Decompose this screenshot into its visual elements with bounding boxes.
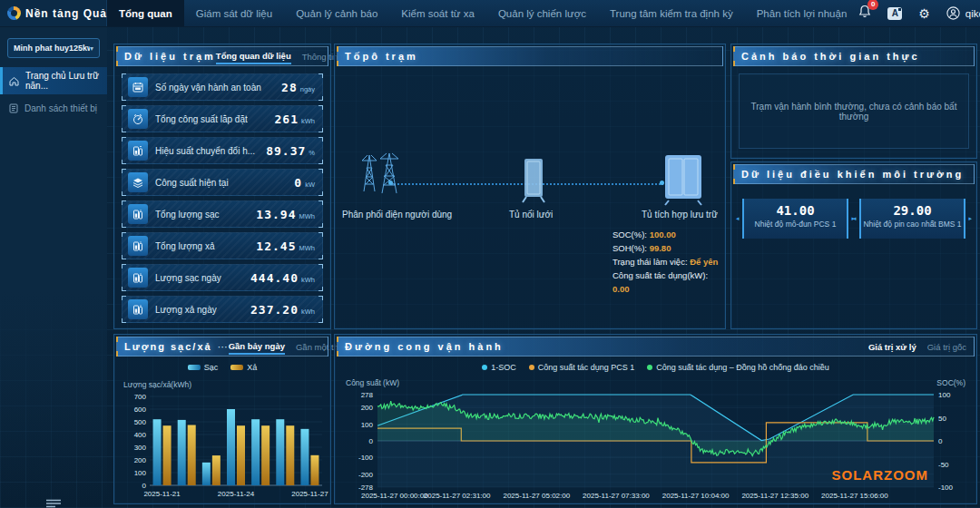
environment-data-panel: Dữ liệu điều khiển môi trường 41.00 Nhiệ… [730, 161, 977, 329]
svg-text:2025-11-27 15:06:00: 2025-11-27 15:06:00 [821, 492, 888, 500]
sidebar-item-home[interactable]: Trang chủ Lưu trữ năn... [0, 67, 107, 94]
sidebar-item-devices[interactable]: Danh sách thiết bị [0, 94, 107, 122]
pcs-temperature-value: 41.00 [744, 203, 847, 218]
nav-tab[interactable]: Quản lý chiến lược [486, 0, 598, 26]
bms-temperature-value: 29.00 [861, 203, 964, 218]
svg-text:0: 0 [938, 437, 943, 445]
svg-text:2025-11-27 00:00:00: 2025-11-27 00:00:00 [361, 492, 428, 500]
station-data-panel: Dữ liệu trạm Tổng quan dữ liệu Thông tin… [113, 44, 331, 329]
charge-discharge-bar-chart: 01002003004005006007002025-11-212025-11-… [115, 391, 329, 500]
storage-info-line: Trạng thái làm việc: Để yên [612, 255, 725, 269]
storage-info-list: SOC(%): 100.00SOH(%): 99.80Trạng thái là… [612, 228, 725, 296]
battery-icon [128, 236, 148, 256]
svg-text:2025-11-27 10:04:00: 2025-11-27 10:04:00 [662, 492, 730, 500]
stat-row: Lượng xả ngày237.20kWh [122, 296, 323, 323]
user-menu[interactable]: qikechao [946, 6, 980, 20]
capacity-icon [128, 109, 148, 129]
legend-item[interactable]: 1-SOC [482, 363, 516, 372]
nav-tab[interactable]: Phân tích lợi nhuận [745, 0, 859, 26]
stat-label: Lượng sạc ngày [155, 273, 221, 283]
stat-label: Tổng lượng sạc [155, 210, 220, 220]
svg-text:0: 0 [369, 437, 374, 445]
realtime-alarm-panel: Cảnh báo thời gian thực Trạm vận hành bì… [730, 44, 977, 159]
panel-title: Dữ liệu trạm [124, 51, 216, 62]
legend-item[interactable]: Xả [230, 363, 257, 372]
station-selector-dropdown[interactable]: Minh phat huy125kw/26... ▾ [7, 38, 100, 58]
top-navigation: Nền tảng Quản... Tổng quanGiám sát dữ li… [0, 0, 980, 27]
stat-label: Hiệu suất chuyển đổi h... [155, 146, 255, 156]
charge-discharge-panel: Lượng sạc/xả ⋯ Gần bảy ngày Gần một thán… [113, 334, 331, 504]
bms-temperature-label: Nhiệt độ pin cao nhất BMS 1 [861, 220, 964, 229]
svg-text:200: 200 [361, 404, 374, 412]
power-towers-icon [355, 148, 402, 195]
stat-unit: MWh [299, 212, 316, 220]
stat-value: 13.94 [256, 208, 296, 221]
stat-value: 0 [294, 176, 302, 190]
language-switch-button[interactable]: A [887, 7, 902, 20]
svg-text:0: 0 [142, 482, 147, 490]
legend-item[interactable]: Công suất tác dụng PCS 1 [529, 363, 635, 372]
svg-text:SOLARZOOM: SOLARZOOM [832, 467, 929, 483]
nav-tab[interactable]: Trung tâm kiểm tra định kỳ [598, 0, 745, 26]
station-selector-value: Minh phat huy125kw/26... [14, 44, 90, 53]
home-icon [9, 76, 19, 86]
tab-last-seven-days[interactable]: Gần bảy ngày [229, 339, 285, 355]
legend-item[interactable]: Sạc [188, 363, 219, 372]
svg-text:100: 100 [361, 421, 374, 429]
sidebar-collapse-icon[interactable] [45, 499, 62, 508]
svg-text:200: 200 [134, 456, 147, 464]
username: qikechao [965, 8, 980, 19]
svg-text:100: 100 [938, 391, 951, 399]
svg-text:278: 278 [361, 391, 374, 399]
stat-label: Công suất hiện tại [155, 178, 229, 188]
operation-curve-line-chart: 2782001000-100-200-278100500-50-1002025-… [336, 387, 975, 502]
stat-unit: % [309, 149, 315, 157]
legend-item[interactable]: Công suất tác dụng – Đồng hồ chống đảo c… [647, 363, 829, 372]
alarm-message: Trạm vận hành bình thường, chưa có cảnh … [740, 102, 968, 122]
chevron-down-icon: ▾ [90, 44, 93, 53]
battery-icon [128, 268, 148, 288]
stat-value: 261 [275, 112, 299, 126]
svg-text:2025-11-27 05:02:00: 2025-11-27 05:02:00 [503, 492, 570, 500]
stat-row: Công suất hiện tại0kW [122, 169, 323, 196]
logo-icon [7, 6, 21, 20]
stat-row: Tổng công suất lắp đặt261kWh [122, 105, 323, 132]
notification-badge: 0 [867, 0, 878, 10]
sidebar-item-label: Danh sách thiết bị [24, 103, 97, 113]
stat-unit: MWh [299, 244, 316, 252]
svg-text:300: 300 [134, 444, 147, 452]
processed-value-button[interactable]: Giá trị xử lý [868, 342, 916, 352]
nav-tabs: Tổng quanGiám sát dữ liệuQuản lý cảnh bá… [107, 0, 858, 26]
svg-text:700: 700 [134, 393, 147, 401]
stat-label: Tổng công suất lắp đặt [155, 114, 248, 124]
battery-icon [128, 299, 148, 319]
bms-temperature-card: 29.00 Nhiệt độ pin cao nhất BMS 1 [859, 199, 965, 239]
stat-value: 28 [281, 81, 298, 94]
stat-label: Tổng lượng xả [155, 241, 215, 251]
stat-label: Lượng xả ngày [155, 305, 217, 315]
stat-value: 89.37 [266, 144, 306, 158]
panel-title: Đường cong vận hành [345, 341, 504, 352]
svg-text:2025-11-27 02:31:00: 2025-11-27 02:31:00 [424, 492, 491, 500]
nav-tab[interactable]: Quản lý cảnh báo [284, 0, 389, 26]
topology-node-label: Tủ nối lưới [509, 210, 553, 220]
nav-tab[interactable]: Tổng quan [107, 0, 184, 26]
svg-text:-100: -100 [938, 484, 954, 492]
notifications-button[interactable]: 0 [858, 5, 871, 22]
storage-info-line: Công suất tác dụng(kW): 0.00 [612, 269, 725, 296]
tab-data-overview[interactable]: Tổng quan dữ liệu [216, 49, 291, 64]
more-options-icon[interactable]: ⋯ [218, 341, 229, 353]
stat-unit: ngày [300, 85, 315, 93]
layers-icon [128, 172, 148, 192]
stat-value: 237.20 [250, 303, 299, 317]
nav-tab[interactable]: Kiểm soát từ xa [389, 0, 486, 26]
stat-label: Số ngày vận hành an toàn [155, 83, 261, 93]
settings-gear-icon[interactable]: ⚙ [918, 7, 930, 20]
svg-text:2025-11-24: 2025-11-24 [218, 490, 255, 498]
bar-chart-legend: SạcXả [114, 358, 330, 372]
svg-text:-200: -200 [358, 471, 374, 479]
raw-value-button[interactable]: Giá trị gốc [927, 342, 966, 352]
document-icon [9, 103, 18, 113]
topology-diagram: Phân phối điện người dùng Tủ nối lưới Tủ… [335, 68, 725, 328]
nav-tab[interactable]: Giám sát dữ liệu [184, 0, 284, 26]
